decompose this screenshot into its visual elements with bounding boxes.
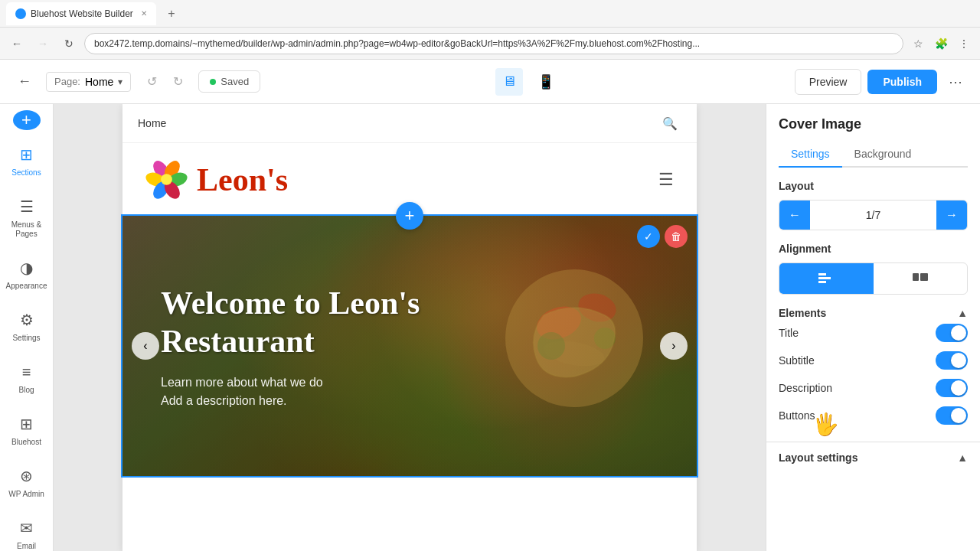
- extensions-button[interactable]: 🧩: [931, 34, 951, 54]
- page-nav-title: Home: [138, 117, 166, 129]
- appearance-icon: ◑: [16, 257, 38, 279]
- wp-admin-label: WP Admin: [8, 490, 44, 499]
- saved-label: Saved: [220, 76, 249, 87]
- preview-button[interactable]: Preview: [795, 69, 862, 95]
- search-button[interactable]: 🔍: [658, 112, 681, 135]
- browser-tab[interactable]: Bluehost Website Builder ✕: [6, 2, 156, 25]
- page-dropdown-icon[interactable]: ▾: [118, 77, 122, 87]
- layout-section: Layout ← 1/7 →: [779, 180, 968, 230]
- layout-next-button[interactable]: →: [936, 201, 967, 230]
- element-subtitle-label: Subtitle: [779, 354, 815, 367]
- elements-section: Elements ▲ Title Subtitle Description Bu…: [779, 307, 968, 429]
- cursor-area: 🖐: [766, 473, 980, 488]
- main-content: + ⊞ Sections ☰ Menus & Pages ◑ Appearanc…: [0, 104, 980, 551]
- svg-rect-17: [913, 273, 919, 281]
- hero-title[interactable]: Welcome to Leon's Restaurant: [161, 284, 429, 361]
- hero-section[interactable]: Welcome to Leon's Restaurant Learn more …: [122, 216, 697, 476]
- browser-menu-button[interactable]: ⋮: [954, 34, 974, 54]
- hero-description[interactable]: Add a description here.: [161, 394, 429, 408]
- hamburger-menu-icon[interactable]: ☰: [658, 170, 674, 190]
- align-left-button[interactable]: [779, 263, 874, 294]
- redo-button[interactable]: ↻: [166, 70, 189, 93]
- refresh-nav-button[interactable]: ↻: [58, 33, 80, 54]
- layout-settings-collapse-icon[interactable]: ▲: [957, 452, 968, 464]
- svg-rect-16: [818, 281, 826, 283]
- elements-collapse-icon[interactable]: ▲: [957, 307, 968, 319]
- email-marketing-label: Email Marketing: [8, 542, 46, 551]
- page-label: Page:: [54, 76, 80, 87]
- layout-nav: ← 1/7 →: [779, 200, 968, 230]
- sidebar-item-bluehost[interactable]: ⊞ Bluehost: [3, 406, 51, 455]
- tab-background[interactable]: Background: [842, 142, 924, 168]
- new-tab-button[interactable]: +: [162, 5, 181, 23]
- logo-text: Leon's: [197, 161, 288, 198]
- menus-icon: ☰: [16, 196, 38, 217]
- bluehost-icon: ⊞: [16, 413, 38, 435]
- mobile-view-button[interactable]: 📱: [532, 68, 560, 96]
- desktop-view-button[interactable]: 🖥: [495, 68, 523, 96]
- undo-redo-group: ↺ ↻: [140, 70, 189, 93]
- bluehost-label: Bluehost: [11, 438, 41, 447]
- undo-button[interactable]: ↺: [140, 70, 163, 93]
- builder-toolbar: ← Page: Home ▾ ↺ ↻ Saved 🖥 📱 Preview Pub…: [0, 60, 980, 104]
- element-description-label: Description: [779, 382, 832, 394]
- add-section-button[interactable]: +: [13, 110, 41, 130]
- svg-point-6: [161, 174, 172, 185]
- settings-icon: ⚙: [16, 309, 38, 331]
- elements-header[interactable]: Elements ▲: [779, 307, 968, 319]
- layout-prev-button[interactable]: ←: [779, 201, 810, 230]
- align-right-button[interactable]: [874, 263, 968, 294]
- browser-actions: ☆ 🧩 ⋮: [908, 34, 974, 54]
- sections-icon: ⊞: [16, 144, 38, 165]
- tab-favicon: [15, 8, 26, 19]
- address-input[interactable]: [84, 33, 903, 54]
- layout-count: 1/7: [810, 209, 936, 221]
- panel-body: Layout ← 1/7 → Alignment: [766, 168, 980, 442]
- add-section-above-button[interactable]: +: [396, 202, 423, 230]
- sidebar-item-settings[interactable]: ⚙ Settings: [3, 302, 51, 350]
- right-panel: Cover Image Settings Background Layout ←…: [766, 104, 980, 551]
- publish-button[interactable]: Publish: [867, 70, 937, 94]
- sidebar-item-menus[interactable]: ☰ Menus & Pages: [3, 188, 51, 246]
- hero-content: Welcome to Leon's Restaurant Learn more …: [122, 246, 467, 447]
- tab-settings[interactable]: Settings: [779, 142, 842, 168]
- panel-header: Cover Image Settings Background: [766, 104, 980, 168]
- page-navigation: Home 🔍: [122, 104, 697, 143]
- settings-label: Settings: [12, 334, 40, 343]
- element-buttons-toggle[interactable]: [936, 406, 968, 425]
- more-options-button[interactable]: ⋯: [943, 70, 968, 94]
- layout-settings-section[interactable]: Layout settings ▲: [766, 442, 980, 473]
- blog-icon: ≡: [16, 361, 38, 383]
- page-selector[interactable]: Page: Home ▾: [46, 72, 131, 92]
- page-name: Home: [85, 76, 113, 88]
- left-sidebar: + ⊞ Sections ☰ Menus & Pages ◑ Appearanc…: [0, 104, 54, 551]
- element-row-description: Description: [779, 374, 968, 402]
- section-select-button[interactable]: ✓: [637, 225, 660, 248]
- sections-label: Sections: [11, 168, 41, 178]
- section-controls: ✓ 🗑: [637, 225, 688, 248]
- element-buttons-label: Buttons: [779, 409, 815, 422]
- sidebar-item-email-marketing[interactable]: ✉ Email Marketing: [3, 510, 51, 551]
- section-delete-button[interactable]: 🗑: [665, 225, 688, 248]
- element-description-toggle[interactable]: [936, 379, 968, 397]
- device-toggle-group: 🖥 📱: [270, 68, 785, 96]
- sidebar-item-sections[interactable]: ⊞ Sections: [3, 136, 51, 185]
- forward-nav-button[interactable]: →: [32, 33, 54, 54]
- saved-indicator: [210, 79, 216, 85]
- element-title-toggle[interactable]: [936, 324, 968, 342]
- sidebar-item-appearance[interactable]: ◑ Appearance: [3, 249, 51, 298]
- back-nav-button[interactable]: ←: [6, 33, 28, 54]
- sidebar-item-wp-admin[interactable]: ⊛ WP Admin: [3, 458, 51, 507]
- builder-back-button[interactable]: ←: [12, 70, 37, 94]
- elements-label: Elements: [779, 307, 826, 319]
- tab-close-button[interactable]: ✕: [141, 9, 147, 18]
- carousel-next-button[interactable]: ›: [660, 332, 688, 360]
- element-subtitle-toggle[interactable]: [936, 351, 968, 370]
- canvas-area: Home 🔍: [54, 104, 766, 551]
- hero-subtitle[interactable]: Learn more about what we do: [161, 376, 429, 390]
- wp-admin-icon: ⊛: [16, 465, 38, 487]
- carousel-prev-button[interactable]: ‹: [132, 332, 159, 360]
- bookmark-button[interactable]: ☆: [908, 34, 928, 54]
- hero-section-wrapper: +: [122, 216, 697, 476]
- sidebar-item-blog[interactable]: ≡ Blog: [3, 354, 51, 403]
